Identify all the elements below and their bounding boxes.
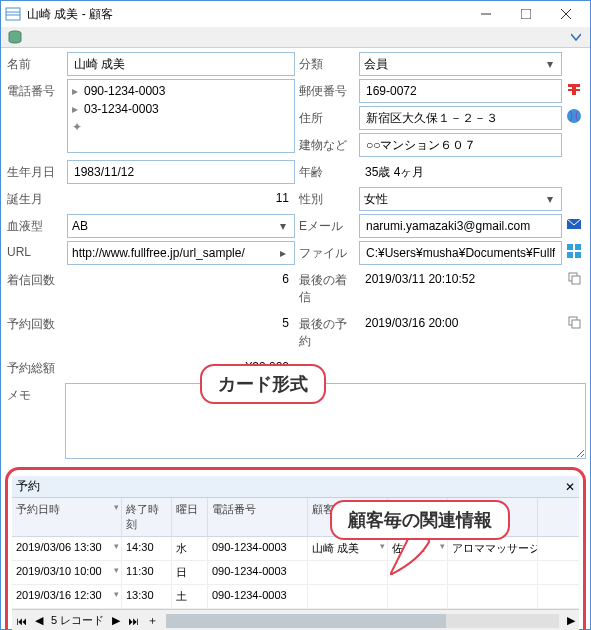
age-value: 35歳 4ヶ月 (359, 160, 562, 184)
url-input[interactable]: http://www.fullfree.jp/url_sample/ ▸ (67, 241, 295, 265)
label-zip: 郵便番号 (297, 79, 357, 104)
table-cell[interactable]: 水 (172, 537, 208, 560)
zip-input[interactable] (359, 79, 562, 103)
col-datetime[interactable]: 予約日時▾ (12, 498, 122, 536)
app-icon (5, 6, 21, 22)
table-cell[interactable]: 2019/03/16 12:30▾ (12, 585, 122, 608)
email-input[interactable] (359, 214, 562, 238)
close-button[interactable] (546, 1, 586, 27)
phone-item[interactable]: ▸090-1234-0003 (70, 82, 292, 100)
table-cell[interactable]: 14:30 (122, 537, 172, 560)
table-cell[interactable]: 11:30 (122, 561, 172, 584)
chevron-down-icon: ▾ (543, 192, 557, 206)
table-cell[interactable]: 090-1234-0003 (208, 537, 308, 560)
chevron-down-icon: ▾ (114, 589, 119, 599)
phone-list[interactable]: ▸090-1234-0003 ▸03-1234-0003 ✦ (67, 79, 295, 153)
sex-select[interactable]: 女性 ▾ (359, 187, 562, 211)
label-building: 建物など (297, 133, 357, 158)
category-select[interactable]: 会員 ▾ (359, 52, 562, 76)
label-memo: メモ (5, 383, 65, 459)
table-cell[interactable]: 090-1234-0003 (208, 561, 308, 584)
nav-add-button[interactable]: ＋ (143, 613, 162, 628)
label-age: 年齢 (297, 160, 357, 185)
label-birth: 生年月日 (5, 160, 65, 185)
svg-rect-0 (6, 8, 20, 20)
window-title: 山崎 成美 - 顧客 (27, 6, 466, 23)
post-icon[interactable] (564, 79, 584, 99)
svg-rect-16 (575, 252, 581, 258)
nav-next-button[interactable]: ▶ (108, 614, 124, 627)
scroll-right-button[interactable]: ▶ (563, 614, 579, 627)
svg-rect-18 (572, 276, 580, 284)
label-sex: 性別 (297, 187, 357, 212)
table-cell[interactable]: 2019/03/06 13:30▾ (12, 537, 122, 560)
col-end[interactable]: 終了時刻 (122, 498, 172, 536)
label-address: 住所 (297, 106, 357, 131)
phone-value: 090-1234-0003 (84, 84, 165, 98)
table-cell[interactable] (308, 585, 388, 608)
table-cell[interactable] (448, 585, 538, 608)
table-cell[interactable] (448, 561, 538, 584)
label-category: 分類 (297, 52, 357, 77)
name-input[interactable] (67, 52, 295, 76)
bookcount-value: 5 (67, 312, 295, 336)
maximize-button[interactable] (506, 1, 546, 27)
svg-rect-13 (567, 244, 573, 250)
hscroll-thumb[interactable] (166, 614, 446, 628)
blood-select[interactable]: AB ▾ (67, 214, 295, 238)
hscrollbar[interactable] (166, 614, 559, 628)
label-url: URL (5, 241, 65, 263)
copy-icon[interactable] (564, 312, 584, 332)
globe-icon[interactable] (564, 106, 584, 126)
birth-input[interactable] (67, 160, 295, 184)
sort-icon: ▾ (114, 502, 119, 512)
label-email: Eメール (297, 214, 357, 239)
url-go-icon[interactable]: ▸ (276, 246, 290, 260)
dropdown-arrow-icon[interactable] (566, 27, 586, 47)
record-count: 5 レコード (47, 613, 108, 628)
chevron-down-icon: ▾ (276, 219, 290, 233)
table-row[interactable]: 2019/03/10 10:00▾11:30日090-1234-0003 (12, 561, 579, 585)
label-lastcall: 最後の着信 (297, 268, 357, 310)
phone-value: 03-1234-0003 (84, 102, 159, 116)
close-section-icon[interactable]: ✕ (565, 480, 575, 494)
table-cell[interactable] (388, 585, 448, 608)
section-header: 予約 ✕ (12, 476, 579, 498)
nav-prev-button[interactable]: ◀ (31, 614, 47, 627)
table-row[interactable]: 2019/03/16 12:30▾13:30土090-1234-0003 (12, 585, 579, 609)
table-cell[interactable]: 土 (172, 585, 208, 608)
chevron-down-icon: ▾ (543, 57, 557, 71)
table-cell[interactable]: 日 (172, 561, 208, 584)
copy-icon[interactable] (564, 268, 584, 288)
sex-value: 女性 (364, 191, 543, 208)
svg-rect-10 (568, 89, 580, 91)
table-cell[interactable]: 山崎 成美▾ (308, 537, 388, 560)
chevron-down-icon: ▾ (114, 541, 119, 551)
col-phone[interactable]: 電話番号 (208, 498, 308, 536)
address-input[interactable] (359, 106, 562, 130)
table-cell[interactable] (308, 561, 388, 584)
phone-item[interactable]: ▸03-1234-0003 (70, 100, 292, 118)
titlebar: 山崎 成美 - 顧客 (1, 1, 590, 27)
nav-first-button[interactable]: ⏮ (12, 615, 31, 627)
file-input[interactable] (359, 241, 562, 265)
booking-panel: 予約 ✕ 予約日時▾ 終了時刻 曜日 電話番号 顧客 スタッフ コース 2019… (5, 467, 586, 630)
col-dow[interactable]: 曜日 (172, 498, 208, 536)
memo-input[interactable] (65, 383, 586, 459)
svg-point-11 (567, 109, 581, 123)
windows-icon[interactable] (564, 241, 584, 261)
table-cell[interactable]: アロママッサージ (448, 537, 538, 560)
url-value: http://www.fullfree.jp/url_sample/ (72, 246, 276, 260)
mail-icon[interactable] (564, 214, 584, 234)
table-cell[interactable]: 090-1234-0003 (208, 585, 308, 608)
table-cell[interactable]: 2019/03/10 10:00▾ (12, 561, 122, 584)
label-file: ファイル (297, 241, 357, 266)
db-icon[interactable] (5, 27, 25, 47)
add-phone-icon[interactable]: ✦ (70, 118, 292, 136)
table-cell[interactable]: 13:30 (122, 585, 172, 608)
table-row[interactable]: 2019/03/06 13:30▾14:30水090-1234-0003山崎 成… (12, 537, 579, 561)
lastcall-value: 2019/03/11 20:10:52 (359, 268, 562, 292)
building-input[interactable] (359, 133, 562, 157)
nav-last-button[interactable]: ⏭ (124, 615, 143, 627)
minimize-button[interactable] (466, 1, 506, 27)
